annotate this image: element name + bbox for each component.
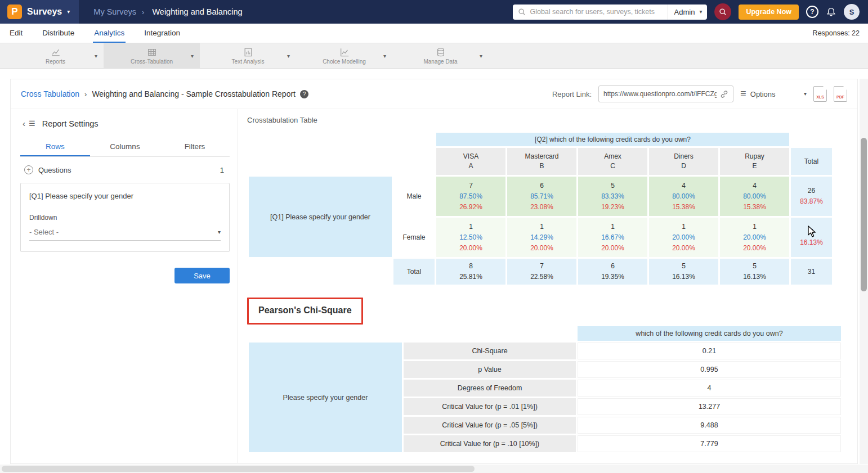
search-scope-dropdown[interactable]: Admin ▾ — [668, 4, 708, 20]
report-header-actions: Report Link: ☰ Options ▾ XLS PDF — [552, 85, 847, 102]
report-link-label: Report Link: — [552, 90, 592, 98]
drilldown-select[interactable]: - Select - ▾ — [29, 228, 221, 241]
report-url-field[interactable] — [598, 85, 733, 102]
export-xls-button[interactable]: XLS — [813, 86, 827, 102]
crosstab-table: [Q2] which of the following credit cards… — [247, 131, 834, 286]
tool-choice-modelling[interactable]: Choice Modelling ▾ — [296, 43, 392, 68]
chi-stat-value: 0.995 — [578, 361, 841, 378]
nav-integration[interactable]: Integration — [143, 24, 181, 43]
tool-reports[interactable]: Reports ▾ — [7, 43, 104, 68]
plus-circle-icon: + — [24, 165, 33, 174]
chevron-down-icon[interactable]: ▾ — [95, 53, 97, 59]
notifications-bell-icon[interactable] — [826, 7, 836, 17]
mouse-cursor — [807, 226, 818, 238]
tab-rows[interactable]: Rows — [20, 137, 90, 156]
vertical-scrollbar-thumb[interactable] — [861, 138, 867, 291]
nav-edit[interactable]: Edit — [8, 24, 24, 43]
save-button[interactable]: Save — [175, 268, 230, 283]
table-row-male: [Q1] Please specify your gender Male 7 8… — [249, 177, 832, 216]
link-icon[interactable] — [720, 90, 728, 98]
chi-stat-label: Critical Value for (p = .05 [5%]) — [404, 417, 576, 434]
product-name: Surveys — [27, 7, 62, 17]
horizontal-scrollbar[interactable] — [0, 465, 860, 473]
chevron-down-icon: ▾ — [67, 9, 70, 15]
crosstab-cell: 1 16.67% 20.00% — [578, 218, 647, 257]
report-card: Cross Tabulation › Weighting and Balanci… — [10, 79, 858, 464]
horizontal-scrollbar-thumb[interactable] — [2, 466, 475, 472]
options-dropdown[interactable]: ☰ Options ▾ — [740, 90, 807, 98]
search-input[interactable] — [530, 8, 667, 16]
chi-square-title: Pearson's Chi-Square — [258, 305, 352, 316]
questions-label: Questions — [38, 166, 71, 174]
search-icon — [719, 8, 727, 16]
column-header-rupay: Rupay E — [720, 148, 789, 175]
cross-tabulation-link[interactable]: Cross Tabulation — [21, 89, 79, 98]
column-header-mastercard: Mastercard B — [507, 148, 576, 175]
empty-cell — [249, 148, 435, 175]
search-button[interactable] — [714, 3, 731, 20]
chevron-down-icon[interactable]: ▾ — [287, 53, 290, 59]
tool-cross-tabulation[interactable]: Cross-Tabulation ▾ — [104, 43, 200, 68]
breadcrumb-separator: › — [142, 8, 144, 16]
xls-icon: XLS — [814, 95, 826, 99]
my-surveys-link[interactable]: My Surveys — [93, 7, 136, 16]
upgrade-now-button[interactable]: Upgrade Now — [739, 4, 799, 20]
line-chart-icon — [51, 47, 61, 57]
crosstab-cell: 1 20.00% 20.00% — [649, 218, 718, 257]
tab-filters[interactable]: Filters — [160, 137, 230, 156]
vertical-scrollbar[interactable] — [860, 79, 868, 464]
chi-square-table: which of the following credit cards do y… — [247, 325, 843, 454]
crosstab-cell: 1 14.29% 20.00% — [507, 218, 576, 257]
export-pdf-button[interactable]: PDF — [834, 86, 847, 102]
question-item[interactable]: [Q1] Please specify your gender Drilldow… — [20, 183, 230, 252]
column-header-amex: Amex C — [578, 148, 647, 175]
chi-column-header: which of the following credit cards do y… — [578, 326, 841, 341]
column-header-visa: VISA A — [436, 148, 505, 175]
tab-columns[interactable]: Columns — [90, 137, 160, 156]
chevron-down-icon[interactable]: ▾ — [191, 53, 194, 59]
add-questions-row[interactable]: + Questions 1 — [20, 157, 230, 180]
tool-text-analysis[interactable]: Text Analysis ▾ — [200, 43, 296, 68]
nav-distribute[interactable]: Distribute — [41, 24, 75, 43]
chevron-down-icon[interactable]: ▾ — [480, 53, 482, 59]
table-row-total: Total 8 25.81% 7 22.58% 6 19.35% 5 — [249, 259, 832, 285]
tool-manage-data[interactable]: Manage Data ▾ — [392, 43, 489, 68]
chevron-down-icon[interactable]: ▾ — [383, 53, 386, 59]
questions-count: 1 — [220, 166, 226, 174]
chi-stat-label: Degrees of Freedom — [404, 380, 576, 397]
chi-stat-value: 7.779 — [578, 435, 841, 452]
question-text: [Q1] Please specify your gender — [29, 192, 221, 200]
chi-stat-value: 4 — [578, 380, 841, 397]
table-row: [Q2] which of the following credit cards… — [249, 133, 832, 146]
user-avatar[interactable]: S — [844, 4, 860, 20]
empty-cell — [249, 259, 392, 285]
table-row: Please specify your gender Chi-Square 0.… — [249, 343, 841, 359]
drilldown-value: - Select - — [29, 228, 59, 236]
global-search[interactable]: Admin ▾ — [513, 4, 707, 20]
database-icon — [436, 47, 446, 57]
axis-chart-icon — [339, 47, 350, 57]
total-cell: 8 25.81% — [436, 259, 505, 285]
chi-stat-value: 13.277 — [578, 398, 841, 415]
report-help-icon[interactable]: ? — [300, 90, 308, 98]
chi-row-header: Please specify your gender — [249, 343, 402, 452]
total-cell: 5 16.13% — [649, 259, 718, 285]
column-header-total: Total — [791, 148, 832, 175]
crosstab-cell: 1 12.50% 20.00% — [436, 218, 505, 257]
topbar-actions: Admin ▾ Upgrade Now ? S — [513, 3, 868, 20]
help-button[interactable]: ? — [806, 6, 818, 18]
responses-count: Responses: 22 — [813, 24, 860, 43]
row-label: Male — [393, 177, 435, 216]
crosstab-cell: 4 80.00% 15.38% — [720, 177, 789, 216]
topbar-breadcrumb: My Surveys › Weighting and Balancing — [93, 7, 242, 16]
collapse-panel-icon[interactable]: ‹ — [23, 119, 25, 128]
bar-chart-doc-icon — [243, 47, 253, 57]
report-url-input[interactable] — [603, 90, 717, 98]
search-icon — [518, 8, 526, 16]
crosstab-section-title: Crosstabulation Table — [247, 116, 857, 124]
table-row: VISA A Mastercard B Amex C Diners D — [249, 148, 832, 175]
product-switcher[interactable]: P Surveys ▾ — [0, 0, 79, 24]
row-label: Female — [393, 218, 435, 257]
row-group-header: [Q1] Please specify your gender — [249, 177, 392, 257]
nav-analytics[interactable]: Analytics — [93, 24, 126, 43]
